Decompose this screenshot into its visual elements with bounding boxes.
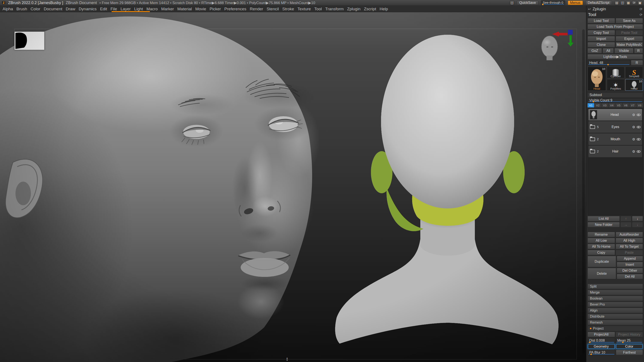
subtool-item-eyes[interactable]: 5Eyes⚙ [588, 121, 642, 133]
menus-button[interactable]: Menus [568, 1, 583, 5]
button-item[interactable]: ↓ [632, 222, 643, 227]
zplugin-refresh-icon[interactable]: ⟳ [640, 7, 642, 11]
subpalette-split[interactable]: Split [588, 284, 643, 289]
tool-thumb-polymes[interactable]: ✶PolyMes [607, 79, 624, 91]
tool-thumb-head[interactable]: 10Head [625, 79, 643, 91]
see-through-thumb[interactable] [542, 4, 544, 5]
head-preview-thumbnail[interactable] [542, 36, 558, 60]
button-visible-count-9[interactable]: Visible Count 9 [588, 98, 643, 102]
dual-panel-layout-icon[interactable]: ◫ [620, 1, 625, 5]
visibility-eye-icon[interactable] [637, 138, 640, 140]
slider-thumb[interactable] [622, 342, 624, 343]
gear-icon[interactable]: ⚙ [632, 149, 635, 154]
menu-edit[interactable]: Edit [98, 7, 109, 11]
subpalette-distribute[interactable]: Distribute [588, 314, 643, 319]
menu-transform[interactable]: Transform [324, 7, 346, 11]
subtool-tab-v5[interactable]: V5 [616, 103, 622, 107]
menu-macro[interactable]: Macro [145, 7, 160, 11]
button-item[interactable]: → [620, 222, 631, 227]
subtool-tab-v4[interactable]: V4 [608, 103, 615, 107]
see-through-slider[interactable]: See-through 0 [541, 0, 565, 5]
button-load-tools-from-project[interactable]: Load Tools From Project [588, 24, 643, 29]
slider-thumb[interactable] [607, 64, 609, 65]
button-pa-blur-10[interactable]: PA Blur 10 [588, 350, 615, 355]
tool-palette-header[interactable]: Tool ⟳ [588, 12, 643, 17]
menu-file[interactable]: File [109, 7, 119, 11]
menu-zplugin[interactable]: Zplugin [346, 7, 362, 11]
button-all-high[interactable]: All High [616, 238, 643, 243]
current-tool-thumbnail[interactable]: 10 Head [588, 67, 606, 91]
button-item[interactable]: ↑ [620, 216, 631, 221]
button-insert[interactable]: Insert [617, 262, 643, 267]
button-dist-0-008[interactable]: Dist 0.008 [588, 338, 615, 343]
button-clone[interactable]: Clone [588, 42, 615, 47]
tool-thumb-cylinder[interactable]: Cylinder [607, 67, 624, 78]
button-project-history[interactable]: Project History [616, 332, 643, 337]
button-duplicate[interactable]: Duplicate [588, 256, 616, 267]
subtool-tab-v6[interactable]: V6 [622, 103, 629, 107]
button-item[interactable]: ↓ [632, 216, 643, 221]
button-copy-tool[interactable]: Copy Tool [588, 30, 615, 35]
tool-thumb-simpleb[interactable]: SSimpleB [625, 67, 643, 78]
menu-marker[interactable]: Marker [160, 7, 176, 11]
quicksave-button[interactable]: QuickSave [517, 1, 538, 5]
refresh-ui-icon[interactable]: ⟳ [632, 1, 636, 5]
button-make-polymesh3d[interactable]: Make PolyMesh3D [616, 42, 643, 47]
button-rename[interactable]: Rename [588, 232, 615, 237]
projection-icon[interactable]: ◫ [510, 1, 514, 5]
subpalette-boolean[interactable]: Boolean [588, 296, 643, 301]
button-list-all[interactable]: List All [588, 216, 620, 221]
menu-stroke[interactable]: Stroke [280, 7, 296, 11]
menu-texture[interactable]: Texture [296, 7, 312, 11]
button-save-as[interactable]: Save As [616, 18, 643, 23]
button-projectall[interactable]: ProjectAll [588, 332, 615, 337]
gear-icon[interactable]: ⚙ [632, 113, 635, 117]
button-delete[interactable]: Delete [588, 268, 616, 279]
button-autoreorder[interactable]: AutoReorder [616, 232, 643, 237]
button-all-to-home[interactable]: All To Home [588, 244, 615, 249]
slider-thumb[interactable] [589, 342, 590, 343]
menu-picker[interactable]: Picker [208, 7, 222, 11]
menu-zscript[interactable]: Zscript [362, 7, 378, 11]
window-icon[interactable]: ▣ [638, 1, 642, 5]
slider-thumb[interactable] [593, 101, 594, 102]
menu-tool[interactable]: Tool [312, 7, 324, 11]
button-geometry[interactable]: Geometry [588, 344, 615, 349]
subtool-tab-v1[interactable]: V1 [588, 103, 594, 107]
button-new-folder[interactable]: New Folder [588, 222, 620, 227]
defaultzscript-button[interactable]: DefaultZScript [586, 1, 612, 5]
gear-icon[interactable]: ⚙ [632, 125, 635, 129]
subtool-tab-v2[interactable]: V2 [595, 103, 601, 107]
menu-preferences[interactable]: Preferences [222, 7, 248, 11]
subpalette-merge[interactable]: Merge [588, 290, 643, 295]
button-copy[interactable]: Copy [588, 250, 615, 255]
visibility-eye-icon[interactable] [637, 150, 640, 153]
button-all-low[interactable]: All Low [588, 238, 615, 243]
button-all[interactable]: All [602, 48, 614, 53]
button-head-48[interactable]: Head. 48 [588, 60, 630, 65]
button-farthest[interactable]: Farthest [616, 350, 643, 355]
button-mean-25[interactable]: Mean 25 [616, 338, 643, 343]
menu-movie[interactable]: Movie [194, 7, 208, 11]
button-del-other[interactable]: Del Other [617, 268, 643, 273]
menu-material[interactable]: Material [176, 7, 194, 11]
subpalette-bevel-pro[interactable]: Bevel Pro [588, 302, 643, 307]
canvas-right-gutter[interactable] [582, 29, 585, 354]
subtool-section-header[interactable]: Subtool [588, 92, 643, 98]
subtool-item-hair[interactable]: 2Hair⚙ [588, 146, 642, 157]
button-lightbox-tools[interactable]: Lightbox▶Tools [588, 54, 643, 59]
grid-layout-icon[interactable]: ▦ [626, 1, 631, 5]
tool-refresh-icon[interactable]: ⟳ [640, 13, 642, 17]
menu-alpha[interactable]: Alpha [1, 7, 15, 11]
subtool-tab-v3[interactable]: V3 [602, 103, 608, 107]
sculpt-viewport[interactable]: ▲▼ [0, 12, 586, 362]
subpalette-remesh[interactable]: Remesh [588, 320, 643, 325]
alpha-thumbnail[interactable] [14, 31, 44, 50]
zplugin-palette-header[interactable]: ↩ Zplugin ⟳ [588, 6, 643, 12]
button-visible[interactable]: Visible [614, 48, 633, 53]
button-import[interactable]: Import [588, 36, 615, 41]
slider-thumb[interactable] [590, 354, 592, 355]
visibility-eye-icon[interactable] [637, 126, 640, 128]
button-export[interactable]: Export [616, 36, 643, 41]
subpalette-align[interactable]: Align [588, 308, 643, 313]
